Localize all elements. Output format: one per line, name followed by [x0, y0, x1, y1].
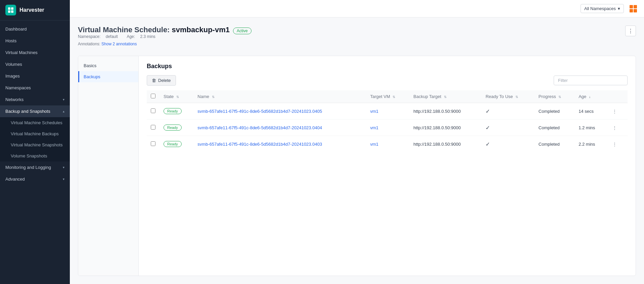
row-checkbox-cell	[147, 103, 159, 120]
sidebar-item-backup-and-snapshots[interactable]: Backup and Snapshots ▴	[0, 105, 70, 117]
delete-button[interactable]: 🗑 Delete	[147, 75, 176, 86]
detail-layout: Basics Backups Backups 🗑 Delete	[78, 56, 636, 276]
cell-progress: Completed	[535, 103, 574, 120]
notification-icon	[630, 5, 637, 12]
sidebar-item-label: Dashboard	[5, 27, 27, 32]
cell-ready-to-use: ✓	[481, 103, 535, 120]
row-checkbox-0[interactable]	[151, 108, 155, 113]
sidebar-item-volumes[interactable]: Volumes	[0, 58, 70, 70]
sidebar: Harvester Dashboard Hosts Virtual Machin…	[0, 0, 70, 284]
row-checkbox-1[interactable]	[151, 125, 155, 130]
notifications-button[interactable]	[628, 3, 639, 14]
sidebar-item-vm-backups[interactable]: Virtual Machine Backups	[0, 128, 70, 139]
namespace-label: All Namespaces	[584, 6, 616, 11]
sidebar-item-monitoring-and-logging[interactable]: Monitoring and Logging ▾	[0, 161, 70, 173]
sidebar-item-label: Images	[5, 74, 20, 79]
show-annotations-link[interactable]: Show 2 annotations	[101, 42, 137, 46]
cell-ready-to-use: ✓	[481, 120, 535, 136]
row-checkbox-cell	[147, 120, 159, 136]
cell-row-actions: ⋮	[606, 103, 628, 120]
filter-input[interactable]	[554, 76, 628, 85]
backup-subnav: Virtual Machine Schedules Virtual Machin…	[0, 117, 70, 161]
row-menu-button[interactable]: ⋮	[610, 107, 618, 115]
svg-rect-2	[8, 10, 10, 13]
detail-sidenav: Basics Backups	[78, 56, 139, 276]
page-title-area: Virtual Machine Schedule: svmbackup-vm1A…	[78, 26, 251, 53]
backup-name-link[interactable]: svmb-657afe11-67f5-491c-8de6-5d5682d1b4d…	[197, 125, 322, 130]
sort-icon: ⇅	[444, 95, 447, 99]
sidebar-item-hosts[interactable]: Hosts	[0, 35, 70, 47]
cell-progress: Completed	[535, 120, 574, 136]
cell-backup-target: http://192.188.0.50:9000	[409, 136, 481, 152]
col-state: State ⇅	[159, 90, 193, 103]
sidebar-item-label: Networks	[5, 97, 24, 102]
sidebar-item-vm-snapshots[interactable]: Virtual Machine Snapshots	[0, 139, 70, 150]
sidebar-subitem-label: Virtual Machine Backups	[11, 131, 59, 136]
row-menu-button[interactable]: ⋮	[610, 124, 618, 132]
sidebar-navigation: Dashboard Hosts Virtual Machines Volumes…	[0, 20, 70, 284]
row-checkbox-2[interactable]	[151, 141, 155, 146]
table-toolbar: 🗑 Delete	[147, 75, 628, 86]
sidebar-item-virtual-machines[interactable]: Virtual Machines	[0, 47, 70, 58]
cell-backup-target: http://192.188.0.50:9000	[409, 120, 481, 136]
detail-main: Backups 🗑 Delete	[139, 56, 636, 276]
target-vm-link[interactable]: vm1	[370, 109, 379, 114]
sort-icon: ↓	[589, 95, 591, 99]
namespace-label: Namespace: default	[78, 34, 122, 39]
resource-type-label: Virtual Machine Schedule:	[78, 26, 172, 34]
cell-age: 14 secs	[574, 103, 606, 120]
cell-target-vm: vm1	[366, 120, 410, 136]
section-title: Backups	[147, 63, 628, 70]
cell-row-actions: ⋮	[606, 136, 628, 152]
sidebar-item-images[interactable]: Images	[0, 70, 70, 82]
chevron-down-icon: ▾	[63, 98, 64, 101]
namespace-chevron-icon: ▾	[618, 6, 620, 11]
chevron-down-icon: ▾	[63, 165, 64, 169]
cell-state: Ready	[159, 136, 193, 152]
sidebar-item-dashboard[interactable]: Dashboard	[0, 23, 70, 35]
cell-state: Ready	[159, 103, 193, 120]
detail-nav-backups[interactable]: Backups	[78, 71, 138, 82]
page-content: Virtual Machine Schedule: svmbackup-vm1A…	[70, 17, 644, 284]
sort-icon: ⇅	[212, 95, 215, 99]
cell-name: svmb-657afe11-67f5-491c-8de6-5d5682d1b4d…	[193, 136, 366, 152]
row-menu-button[interactable]: ⋮	[610, 140, 618, 148]
select-all-header	[147, 90, 159, 103]
detail-nav-basics[interactable]: Basics	[78, 60, 138, 71]
page-title: Virtual Machine Schedule: svmbackup-vm1A…	[78, 26, 251, 34]
cell-target-vm: vm1	[366, 136, 410, 152]
cell-name: svmb-657afe11-67f5-491c-8de6-5d5682d1b4d…	[193, 103, 366, 120]
topbar: All Namespaces ▾	[70, 0, 644, 17]
sidebar-item-networks[interactable]: Networks ▾	[0, 94, 70, 105]
page-meta: Namespace: default Age: 2.3 mins	[78, 34, 251, 39]
sidebar-item-namespaces[interactable]: Namespaces	[0, 82, 70, 94]
sidebar-item-label: Backup and Snapshots	[5, 109, 50, 114]
cell-progress: Completed	[535, 136, 574, 152]
state-badge: Ready	[164, 125, 182, 131]
cell-ready-to-use: ✓	[481, 136, 535, 152]
col-name: Name ⇅	[193, 90, 366, 103]
main-content: All Namespaces ▾ Virtual Machine Schedu	[70, 0, 644, 284]
target-vm-link[interactable]: vm1	[370, 125, 379, 130]
age-label: Age: 2.3 mins	[127, 34, 159, 39]
sidebar-subitem-label: Virtual Machine Schedules	[11, 120, 62, 125]
sort-icon: ⇅	[558, 95, 561, 99]
page-actions-button[interactable]: ⋮	[625, 26, 636, 36]
sidebar-item-label: Virtual Machines	[5, 50, 38, 55]
table-row: Ready svmb-657afe11-67f5-491c-8de6-5d568…	[147, 136, 628, 152]
select-all-checkbox[interactable]	[151, 94, 155, 98]
sidebar-item-volume-snapshots[interactable]: Volume Snapshots	[0, 150, 70, 161]
trash-icon: 🗑	[152, 78, 156, 83]
sidebar-item-advanced[interactable]: Advanced ▾	[0, 173, 70, 185]
namespace-selector[interactable]: All Namespaces ▾	[581, 4, 624, 13]
table-row: Ready svmb-657afe11-67f5-491c-8de6-5d568…	[147, 103, 628, 120]
app-name: Harvester	[19, 7, 44, 13]
backup-name-link[interactable]: svmb-657afe11-67f5-491c-8de6-5d5682d1b4d…	[197, 109, 322, 114]
backup-name-link[interactable]: svmb-657afe11-67f5-491c-8de6-5d5682d1b4d…	[197, 142, 322, 147]
target-vm-link[interactable]: vm1	[370, 142, 379, 147]
row-checkbox-cell	[147, 136, 159, 152]
col-ready-to-use: Ready To Use ⇅	[481, 90, 535, 103]
resource-name: svmbackup-vm1	[172, 26, 230, 34]
chevron-down-icon: ▾	[63, 177, 64, 181]
sidebar-item-vm-schedules[interactable]: Virtual Machine Schedules	[0, 117, 70, 128]
